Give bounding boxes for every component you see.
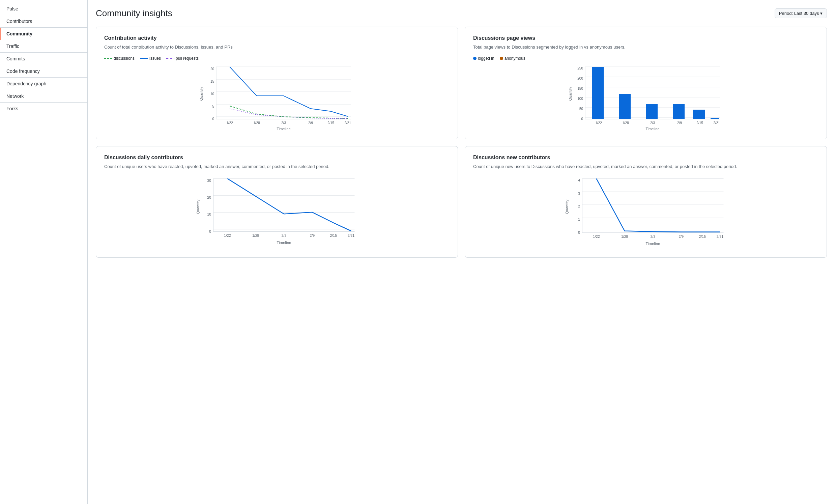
svg-text:15: 15 bbox=[210, 80, 215, 83]
svg-text:2/9: 2/9 bbox=[310, 234, 314, 238]
discussions-svg: 0 50 100 150 200 250 1/22 1/28 2/3 2/9 2… bbox=[473, 63, 818, 131]
sidebar-item-forks[interactable]: Forks bbox=[0, 103, 87, 115]
card-discussions-title: Discussions page views bbox=[473, 35, 818, 41]
svg-text:2/15: 2/15 bbox=[330, 234, 337, 238]
pull-requests-legend-line bbox=[166, 58, 174, 59]
svg-text:150: 150 bbox=[577, 87, 583, 90]
bar-2-3 bbox=[646, 104, 658, 119]
svg-text:30: 30 bbox=[207, 179, 211, 182]
page-title: Community insights bbox=[96, 8, 172, 19]
svg-text:3: 3 bbox=[578, 191, 580, 195]
daily-contributors-svg: 0 10 20 30 1/22 1/28 2/3 2/9 2/15 2/21 T… bbox=[104, 175, 450, 249]
legend-logged-in: logged in bbox=[473, 56, 494, 61]
svg-text:1/22: 1/22 bbox=[593, 235, 600, 239]
svg-text:2/15: 2/15 bbox=[696, 121, 703, 125]
sidebar-item-community[interactable]: Community bbox=[0, 28, 87, 40]
sidebar-item-commits[interactable]: Commits bbox=[0, 53, 87, 65]
svg-text:2/15: 2/15 bbox=[699, 235, 706, 239]
card-discussions-desc: Total page views to Discussions segmente… bbox=[473, 44, 818, 51]
svg-text:2/3: 2/3 bbox=[650, 121, 655, 125]
legend-pull-requests: pull requests bbox=[166, 56, 199, 61]
svg-text:0: 0 bbox=[209, 230, 211, 234]
svg-text:10: 10 bbox=[210, 92, 215, 96]
svg-text:2/9: 2/9 bbox=[677, 121, 682, 125]
svg-text:Quantity: Quantity bbox=[568, 87, 572, 101]
sidebar: Pulse Contributors Community Traffic Com… bbox=[0, 0, 88, 504]
svg-text:Timeline: Timeline bbox=[646, 242, 660, 246]
svg-text:Quantity: Quantity bbox=[565, 200, 569, 214]
svg-text:100: 100 bbox=[577, 97, 583, 101]
card-contribution-activity: Contribution activity Count of total con… bbox=[96, 27, 458, 139]
discussions-page-views-chart: 0 50 100 150 200 250 1/22 1/28 2/3 2/9 2… bbox=[473, 63, 818, 131]
discussions-legend-line bbox=[104, 58, 112, 59]
svg-text:10: 10 bbox=[207, 213, 211, 216]
card-contribution-desc: Count of total contribution activity to … bbox=[104, 44, 450, 51]
card-new-contributors-desc: Count of unique new users to Discussions… bbox=[473, 163, 818, 170]
main-content: Community insights Period: Last 30 days … bbox=[88, 0, 835, 504]
svg-text:0: 0 bbox=[578, 231, 580, 235]
svg-text:200: 200 bbox=[577, 77, 583, 80]
anonymous-label: anonymous bbox=[505, 56, 525, 61]
sidebar-item-dependency-graph[interactable]: Dependency graph bbox=[0, 78, 87, 90]
bar-1-28 bbox=[619, 94, 631, 119]
svg-text:250: 250 bbox=[577, 66, 583, 70]
logged-in-dot bbox=[473, 57, 476, 60]
svg-text:Quantity: Quantity bbox=[199, 87, 203, 101]
card-discussions-daily-contributors: Discussions daily contributors Count of … bbox=[96, 146, 458, 258]
svg-text:0: 0 bbox=[581, 117, 583, 121]
sidebar-item-code-frequency[interactable]: Code frequency bbox=[0, 65, 87, 77]
logged-in-label: logged in bbox=[478, 56, 494, 61]
svg-text:1/22: 1/22 bbox=[226, 121, 233, 125]
card-new-contributors-title: Discussions new contributors bbox=[473, 155, 818, 161]
sidebar-item-contributors[interactable]: Contributors bbox=[0, 15, 87, 27]
bar-1-22 bbox=[592, 67, 604, 119]
svg-text:2/9: 2/9 bbox=[308, 121, 313, 125]
sidebar-item-traffic[interactable]: Traffic bbox=[0, 40, 87, 52]
discussions-legend: logged in anonymous bbox=[473, 56, 818, 61]
svg-text:0: 0 bbox=[212, 117, 214, 121]
svg-text:2/3: 2/3 bbox=[651, 235, 656, 239]
contribution-chart: 0 5 10 15 20 1/22 1/28 2/3 2/9 2/15 2/21… bbox=[104, 63, 450, 131]
daily-contributors-chart: 0 10 20 30 1/22 1/28 2/3 2/9 2/15 2/21 T… bbox=[104, 175, 450, 249]
pull-requests-legend-label: pull requests bbox=[176, 56, 199, 61]
svg-text:2: 2 bbox=[578, 204, 580, 208]
contribution-legend: discussions issues pull requests bbox=[104, 56, 450, 61]
svg-text:1/22: 1/22 bbox=[224, 234, 231, 238]
legend-discussions: discussions bbox=[104, 56, 135, 61]
svg-text:Timeline: Timeline bbox=[277, 241, 291, 245]
svg-text:20: 20 bbox=[210, 67, 215, 71]
card-contribution-title: Contribution activity bbox=[104, 35, 450, 41]
bar-2-15 bbox=[693, 109, 705, 119]
svg-text:1/22: 1/22 bbox=[595, 121, 602, 125]
card-discussions-page-views: Discussions page views Total page views … bbox=[465, 27, 827, 139]
card-discussions-new-contributors: Discussions new contributors Count of un… bbox=[465, 146, 827, 258]
legend-issues: issues bbox=[140, 56, 161, 61]
issues-legend-line bbox=[140, 58, 148, 59]
contribution-svg: 0 5 10 15 20 1/22 1/28 2/3 2/9 2/15 2/21… bbox=[104, 63, 450, 131]
card-daily-contributors-desc: Count of unique users who have reacted, … bbox=[104, 163, 450, 170]
svg-text:2/21: 2/21 bbox=[713, 121, 720, 125]
bar-2-9 bbox=[673, 104, 685, 119]
sidebar-item-pulse[interactable]: Pulse bbox=[0, 3, 87, 15]
svg-text:50: 50 bbox=[579, 107, 584, 110]
new-contributors-svg: 0 1 2 3 4 1/22 1/28 2/3 2/9 2/15 2/21 Ti… bbox=[473, 175, 818, 249]
svg-text:Quantity: Quantity bbox=[196, 200, 200, 214]
svg-text:2/15: 2/15 bbox=[327, 121, 334, 125]
svg-text:5: 5 bbox=[212, 105, 214, 108]
anonymous-dot bbox=[500, 57, 503, 60]
svg-text:2/9: 2/9 bbox=[678, 235, 684, 239]
svg-text:1/28: 1/28 bbox=[622, 121, 629, 125]
svg-text:1/28: 1/28 bbox=[253, 121, 260, 125]
svg-text:2/21: 2/21 bbox=[344, 121, 351, 125]
svg-text:20: 20 bbox=[207, 196, 211, 199]
svg-text:4: 4 bbox=[578, 179, 580, 182]
svg-text:1/28: 1/28 bbox=[252, 234, 259, 238]
period-selector[interactable]: Period: Last 30 days ▾ bbox=[775, 8, 827, 18]
bar-2-21 bbox=[711, 118, 719, 119]
cards-grid: Contribution activity Count of total con… bbox=[96, 27, 827, 258]
svg-text:Timeline: Timeline bbox=[277, 127, 290, 131]
svg-text:2/21: 2/21 bbox=[348, 234, 355, 238]
svg-text:2/21: 2/21 bbox=[717, 235, 724, 239]
issues-legend-label: issues bbox=[149, 56, 161, 61]
sidebar-item-network[interactable]: Network bbox=[0, 90, 87, 102]
